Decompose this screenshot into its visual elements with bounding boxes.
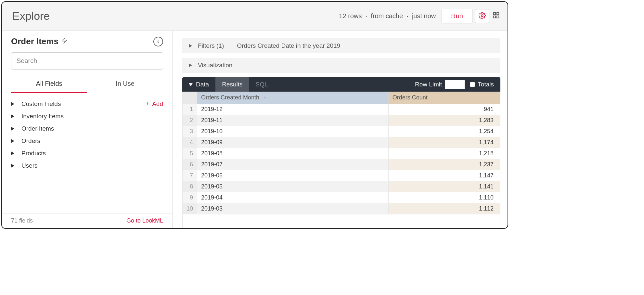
table-row[interactable]: 22019-111,283	[183, 115, 500, 126]
caret-right-icon	[11, 164, 16, 168]
collapse-sidebar-button[interactable]	[153, 37, 163, 46]
row-number: 1	[183, 104, 197, 115]
table-row[interactable]: 82019-051,141	[183, 181, 500, 192]
results-tab[interactable]: Results	[215, 77, 249, 92]
field-group-label: Orders	[21, 137, 40, 145]
svg-marker-14	[189, 83, 193, 86]
data-tab[interactable]: Data	[182, 77, 215, 92]
table-row[interactable]: 62019-071,237	[183, 159, 500, 170]
caret-down-icon	[189, 81, 193, 88]
visualization-panel[interactable]: Visualization	[182, 58, 500, 73]
status-cache: from cache	[371, 12, 403, 19]
visualization-label: Visualization	[198, 62, 232, 69]
tab-in-use[interactable]: In Use	[87, 76, 163, 93]
svg-rect-4	[497, 16, 499, 18]
fields-count: 71 fields	[11, 217, 33, 224]
table-row[interactable]: 52019-081,218	[183, 148, 500, 159]
field-group-label: Products	[21, 150, 46, 157]
cell-count: 1,141	[388, 181, 500, 192]
sql-tab[interactable]: SQL	[249, 77, 275, 92]
plus-icon: +	[146, 100, 149, 108]
run-button[interactable]: Run	[442, 9, 472, 23]
explore-name: Order Items	[11, 36, 58, 46]
row-number-header	[183, 92, 197, 104]
topbar: Explore 12 rows · from cache · just now …	[2, 2, 508, 31]
filters-panel[interactable]: Filters (1) Orders Created Date in the y…	[182, 38, 500, 53]
svg-rect-2	[497, 13, 499, 15]
row-number: 7	[183, 170, 197, 181]
field-group-label: Inventory Items	[21, 113, 64, 120]
go-to-lookml-link[interactable]: Go to LookML	[126, 217, 163, 224]
svg-rect-1	[494, 13, 496, 15]
svg-rect-3	[494, 16, 496, 18]
field-group-orders[interactable]: Orders	[11, 135, 163, 147]
table-row[interactable]: 72019-061,147	[183, 170, 500, 181]
row-number: 5	[183, 148, 197, 159]
table-row[interactable]: 92019-041,110	[183, 192, 500, 203]
field-picker-sidebar: Order Items All Fields In Use Custom	[2, 31, 173, 228]
caret-right-icon	[11, 127, 16, 131]
data-bar: Data Results SQL Row Limit Totals	[182, 77, 500, 92]
svg-marker-8	[11, 127, 14, 131]
table-row[interactable]: 102019-031,112	[183, 203, 500, 214]
explore-window: Explore 12 rows · from cache · just now …	[1, 1, 508, 229]
cell-month: 2019-08	[197, 148, 389, 159]
row-number: 9	[183, 192, 197, 203]
svg-marker-5	[62, 38, 67, 43]
field-group-order-items[interactable]: Order Items	[11, 122, 163, 135]
caret-right-icon	[189, 44, 192, 48]
row-number: 6	[183, 159, 197, 170]
svg-marker-6	[11, 102, 14, 106]
filters-label: Filters (1)	[198, 42, 224, 49]
totals-label: Totals	[478, 81, 494, 88]
tab-all-fields[interactable]: All Fields	[11, 76, 87, 93]
caret-right-icon	[11, 102, 16, 106]
svg-marker-10	[11, 151, 14, 155]
field-group-custom-fields[interactable]: Custom Fields + Add	[11, 98, 163, 110]
filters-summary: Orders Created Date in the year 2019	[237, 42, 340, 49]
cell-count: 1,237	[388, 159, 500, 170]
svg-marker-9	[11, 139, 14, 143]
row-limit-input[interactable]	[445, 80, 465, 89]
chevron-down-icon	[263, 96, 267, 99]
bolt-icon	[62, 37, 68, 46]
status-time: just now	[412, 12, 436, 19]
status-rows: 12 rows	[339, 12, 362, 19]
table-row[interactable]: 32019-101,254	[183, 126, 500, 137]
row-number: 4	[183, 137, 197, 148]
cell-month: 2019-06	[197, 170, 389, 181]
cell-month: 2019-12	[197, 104, 389, 115]
field-group-label: Users	[21, 162, 38, 169]
caret-right-icon	[11, 114, 16, 118]
dashboard-icon[interactable]	[493, 12, 500, 20]
cell-count: 1,147	[388, 170, 500, 181]
column-header-measure[interactable]: Orders Count	[388, 92, 500, 104]
cell-month: 2019-05	[197, 181, 389, 192]
totals-checkbox[interactable]	[470, 82, 475, 87]
page-title: Explore	[12, 10, 50, 22]
cell-count: 1,112	[388, 203, 500, 214]
svg-marker-7	[11, 114, 14, 118]
add-custom-field-button[interactable]: + Add	[146, 100, 163, 108]
cell-count: 941	[388, 104, 500, 115]
row-number: 2	[183, 115, 197, 126]
column-header-dimension[interactable]: Orders Created Month	[197, 92, 389, 104]
cell-month: 2019-11	[197, 115, 389, 126]
search-input[interactable]	[11, 52, 163, 70]
row-number: 3	[183, 126, 197, 137]
cell-month: 2019-04	[197, 192, 389, 203]
query-status: 12 rows · from cache · just now	[339, 12, 436, 20]
row-limit-label: Row Limit	[415, 81, 442, 88]
cell-month: 2019-10	[197, 126, 389, 137]
svg-point-0	[481, 15, 483, 17]
row-number: 10	[183, 203, 197, 214]
field-group-products[interactable]: Products	[11, 147, 163, 160]
caret-right-icon	[189, 63, 192, 67]
table-row[interactable]: 12019-12941	[183, 104, 500, 115]
results-table: Orders Created Month Orders Count 12019-…	[182, 92, 500, 228]
settings-button[interactable]	[475, 9, 489, 23]
table-row[interactable]: 42019-091,174	[183, 137, 500, 148]
svg-marker-11	[11, 164, 14, 168]
field-group-inventory-items[interactable]: Inventory Items	[11, 110, 163, 122]
field-group-users[interactable]: Users	[11, 160, 163, 172]
